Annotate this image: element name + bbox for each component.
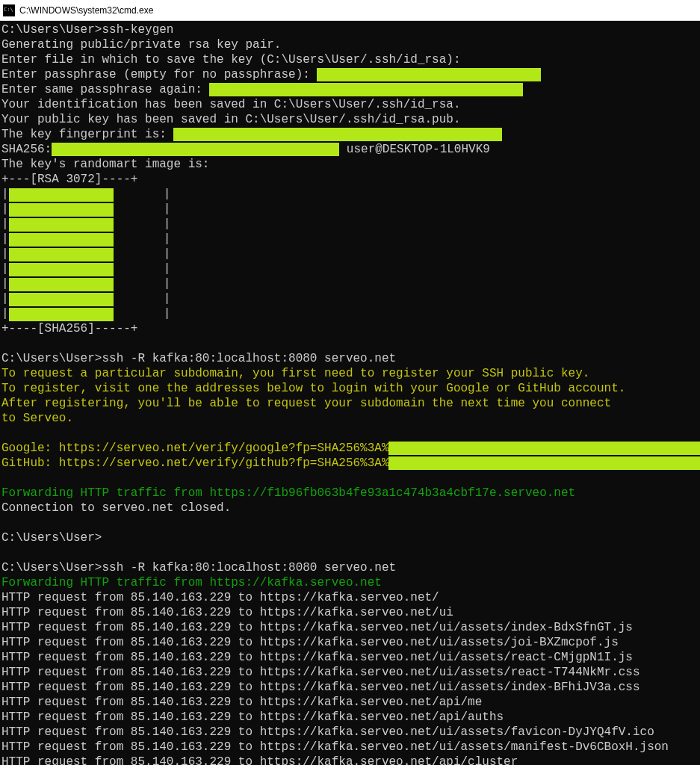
redacted-block (173, 128, 502, 141)
http-request-line: HTTP request from 85.140.163.229 to http… (1, 621, 633, 634)
output-line: SHA256: (1, 143, 52, 156)
forwarding-line: Forwarding HTTP traffic from https://f1b… (1, 486, 575, 500)
output-line: Enter same passphrase again: (1, 83, 209, 96)
output-line: The key fingerprint is: (1, 128, 173, 141)
redacted-block (388, 442, 700, 455)
serveo-msg: To request a particular subdomain, you f… (1, 367, 589, 380)
cmd-window: C:\WINDOWS\system32\cmd.exe C:\Users\Use… (0, 0, 700, 765)
randomart-row: | | (1, 217, 170, 231)
forwarding-line: Forwarding HTTP traffic from https://kaf… (1, 576, 382, 589)
verify-github: GitHub: https://serveo.net/verify/github… (1, 456, 388, 470)
randomart-row: | | (1, 307, 170, 320)
serveo-msg: to Serveo. (1, 412, 73, 425)
output-line: user@DESKTOP-1L0HVK9 (339, 143, 490, 156)
prompt-line: C:\Users\User> (1, 531, 102, 545)
output-line: Your identification has been saved in C:… (1, 98, 461, 111)
serveo-msg: To register, visit one the addresses bel… (1, 382, 625, 395)
http-request-line: HTTP request from 85.140.163.229 to http… (1, 591, 439, 604)
http-request-line: HTTP request from 85.140.163.229 to http… (1, 651, 633, 664)
http-request-line: HTTP request from 85.140.163.229 to http… (1, 755, 518, 765)
http-request-line: HTTP request from 85.140.163.229 to http… (1, 606, 453, 619)
http-request-line: HTTP request from 85.140.163.229 to http… (1, 666, 640, 679)
prompt-line: C:\Users\User>ssh -R kafka:80:localhost:… (1, 561, 396, 574)
http-request-line: HTTP request from 85.140.163.229 to http… (1, 725, 654, 739)
redacted-block (317, 68, 541, 81)
randomart-row: | | (1, 262, 170, 276)
http-request-line: HTTP request from 85.140.163.229 to http… (1, 710, 504, 724)
terminal-output[interactable]: C:\Users\User>ssh-keygen Generating publ… (0, 21, 700, 765)
cmd-icon (3, 4, 15, 16)
output-line: The key's randomart image is: (1, 158, 209, 171)
randomart-row: | | (1, 277, 170, 291)
prompt-line: C:\Users\User>ssh -R kafka:80:localhost:… (1, 352, 396, 365)
output-line: Enter file in which to save the key (C:\… (1, 53, 461, 66)
output-line: Enter passphrase (empty for no passphras… (1, 68, 317, 81)
output-line: Your public key has been saved in C:\Use… (1, 113, 461, 126)
serveo-msg: After registering, you'll be able to req… (1, 397, 611, 410)
randomart-row: | | (1, 232, 170, 246)
randomart-row: | | (1, 292, 170, 306)
redacted-block (209, 83, 523, 96)
verify-google: Google: https://serveo.net/verify/google… (1, 442, 388, 455)
http-request-line: HTTP request from 85.140.163.229 to http… (1, 740, 669, 754)
randomart-row: | | (1, 202, 170, 216)
titlebar[interactable]: C:\WINDOWS\system32\cmd.exe (0, 0, 700, 21)
redacted-block (388, 456, 700, 470)
window-title: C:\WINDOWS\system32\cmd.exe (19, 5, 153, 16)
output-line: Connection to serveo.net closed. (1, 501, 231, 515)
randomart-top: +---[RSA 3072]----+ (1, 173, 137, 186)
randomart-row: | | (1, 247, 170, 261)
randomart-row: | | (1, 188, 170, 201)
http-request-line: HTTP request from 85.140.163.229 to http… (1, 696, 482, 709)
prompt-line: C:\Users\User>ssh-keygen (1, 23, 173, 37)
output-line: Generating public/private rsa key pair. (1, 38, 281, 52)
randomart-bot: +----[SHA256]-----+ (1, 322, 137, 335)
http-request-line: HTTP request from 85.140.163.229 to http… (1, 636, 619, 649)
http-request-line: HTTP request from 85.140.163.229 to http… (1, 681, 640, 694)
redacted-block (52, 143, 339, 156)
